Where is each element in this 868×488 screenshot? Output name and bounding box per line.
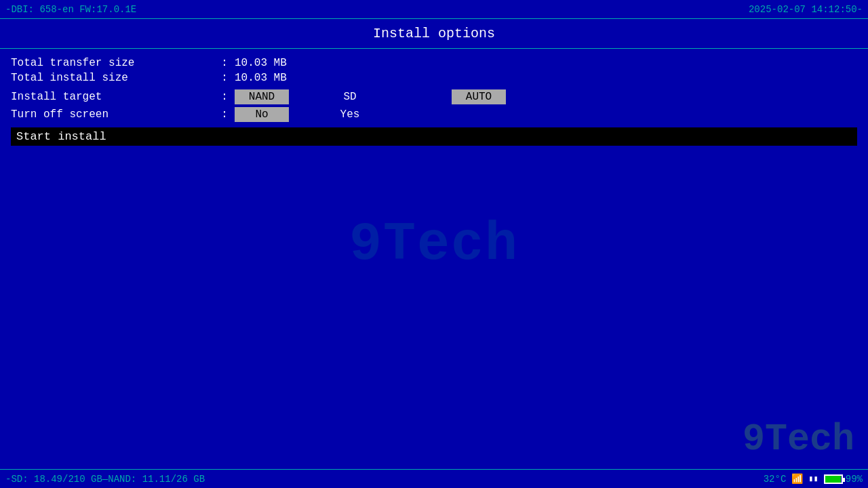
total-transfer-label: Total transfer size [11, 57, 214, 69]
install-target-label: Install target [11, 91, 214, 103]
install-target-row: Install target : NAND SD AUTO [11, 89, 857, 104]
top-bar-device-info: -DBI: 658-en FW:17.0.1E [5, 4, 749, 15]
bottom-bar-right: 32°C 📶 ▮▮ 99% [764, 473, 863, 485]
turn-off-screen-yes-option[interactable]: Yes [289, 108, 411, 121]
turn-off-screen-no-button[interactable]: No [235, 107, 289, 122]
total-install-size-row: Total install size : 10.03 MB [11, 72, 857, 84]
battery-container: 99% [824, 474, 863, 485]
start-install-label: Start install [16, 130, 106, 143]
total-transfer-size-row: Total transfer size : 10.03 MB [11, 57, 857, 69]
total-install-label: Total install size [11, 72, 214, 84]
temperature-display: 32°C [764, 474, 787, 485]
main-content: Total transfer size : 10.03 MB Total ins… [0, 49, 868, 466]
install-target-nand-button[interactable]: NAND [235, 89, 289, 104]
install-target-sd-option[interactable]: SD [289, 91, 411, 103]
total-install-value: 10.03 MB [235, 72, 287, 84]
bottom-status-bar: -SD: 18.49/210 GB—NAND: 11.11/26 GB 32°C… [0, 469, 868, 488]
page-title: Install options [373, 26, 495, 41]
signal-bars: ▮▮ [808, 474, 818, 484]
top-status-bar: -DBI: 658-en FW:17.0.1E 2025-02-07 14:12… [0, 0, 868, 19]
battery-icon [824, 474, 843, 484]
total-transfer-value: 10.03 MB [235, 57, 287, 69]
battery-percentage: 99% [846, 474, 863, 485]
wifi-icon: 📶 [791, 473, 803, 485]
turn-off-screen-label: Turn off screen [11, 108, 214, 121]
start-install-row[interactable]: Start install [11, 127, 857, 146]
bottom-bar-storage-info: -SD: 18.49/210 GB—NAND: 11.11/26 GB [5, 474, 764, 485]
title-bar: Install options [0, 19, 868, 49]
install-target-auto-button[interactable]: AUTO [452, 89, 506, 104]
top-bar-datetime: 2025-02-07 14:12:50- [749, 4, 863, 15]
turn-off-screen-row: Turn off screen : No Yes [11, 107, 857, 122]
battery-fill [825, 476, 841, 483]
